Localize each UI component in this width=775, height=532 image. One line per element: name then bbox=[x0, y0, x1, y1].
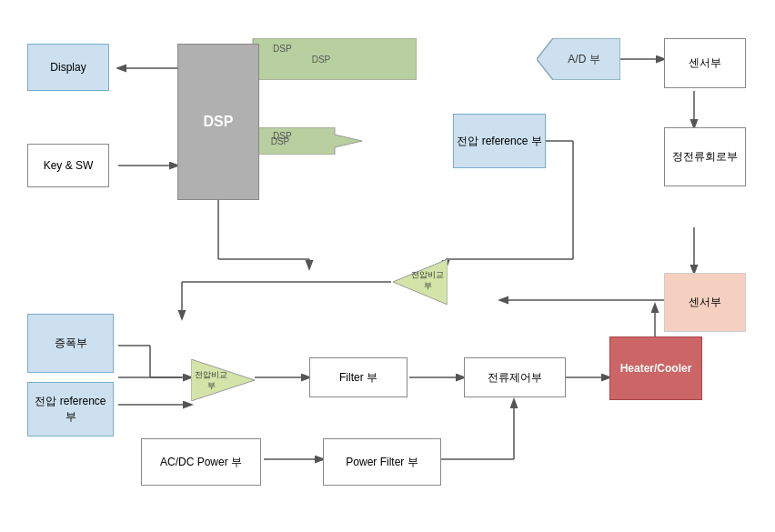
jeonabjeongyop-label: 전압 reference 부 bbox=[457, 134, 541, 149]
jeongjeollyu-label: 정전류회로부 bbox=[672, 149, 738, 165]
jeonabjeongyop-block: 전압 reference 부 bbox=[453, 114, 546, 168]
dsp-label-bottom: DSP bbox=[273, 131, 292, 141]
heater-block: Heater/Cooler bbox=[609, 336, 702, 400]
display-block: Display bbox=[27, 44, 109, 91]
power-filter-block: Power Filter 부 bbox=[323, 438, 441, 486]
svg-text:A/D 부: A/D 부 bbox=[568, 53, 599, 65]
power-filter-label: Power Filter 부 bbox=[346, 455, 418, 470]
jeungpokbu-label: 증폭부 bbox=[55, 336, 87, 351]
jeonabreference-label: 전압 reference 부 bbox=[28, 394, 113, 425]
filter-block: Filter 부 bbox=[309, 357, 408, 397]
sensor-top-block: 센서부 bbox=[664, 38, 746, 88]
jeonabreference-block: 전압 reference 부 bbox=[27, 382, 114, 437]
dsp-label-top: DSP bbox=[273, 44, 292, 54]
acdc-block: AC/DC Power 부 bbox=[141, 438, 261, 486]
jeonryu-block: 전류제어부 bbox=[464, 357, 566, 397]
display-label: Display bbox=[50, 60, 86, 75]
svg-marker-34 bbox=[191, 359, 255, 401]
dsp-label: DSP bbox=[204, 112, 234, 132]
jeonapigyobu-top-triangle: 전압비교 부 bbox=[393, 259, 448, 305]
heater-label: Heater/Cooler bbox=[620, 361, 692, 376]
svg-text:부: 부 bbox=[207, 381, 216, 390]
ad-block: A/D 부 bbox=[537, 38, 620, 80]
jeungpokbu-block: 증폭부 bbox=[27, 314, 114, 373]
diagram: DSP DSP 전압비교 부 전압비교 부 A/D 부 Display Key … bbox=[0, 0, 775, 532]
jeonapigyobu-bottom-triangle: 전압비교 부 bbox=[191, 359, 255, 401]
jeongjeollyu-block: 정전류회로부 bbox=[664, 127, 746, 186]
svg-text:부: 부 bbox=[424, 281, 432, 290]
filter-label: Filter 부 bbox=[339, 370, 377, 386]
svg-text:전압비교: 전압비교 bbox=[195, 370, 227, 379]
sensor-top-label: 센서부 bbox=[689, 55, 721, 71]
svg-marker-31 bbox=[393, 259, 448, 305]
key-sw-label: Key & SW bbox=[44, 158, 94, 174]
jeonryu-label: 전류제어부 bbox=[488, 370, 542, 386]
svg-text:전압비교: 전압비교 bbox=[411, 270, 444, 279]
sensor-bottom-block: 센서부 bbox=[664, 273, 746, 332]
dsp-block: DSP bbox=[177, 44, 259, 200]
svg-text:DSP: DSP bbox=[312, 55, 331, 65]
sensor-bottom-label: 센서부 bbox=[689, 295, 721, 310]
acdc-label: AC/DC Power 부 bbox=[160, 455, 242, 470]
key-sw-block: Key & SW bbox=[27, 144, 109, 187]
